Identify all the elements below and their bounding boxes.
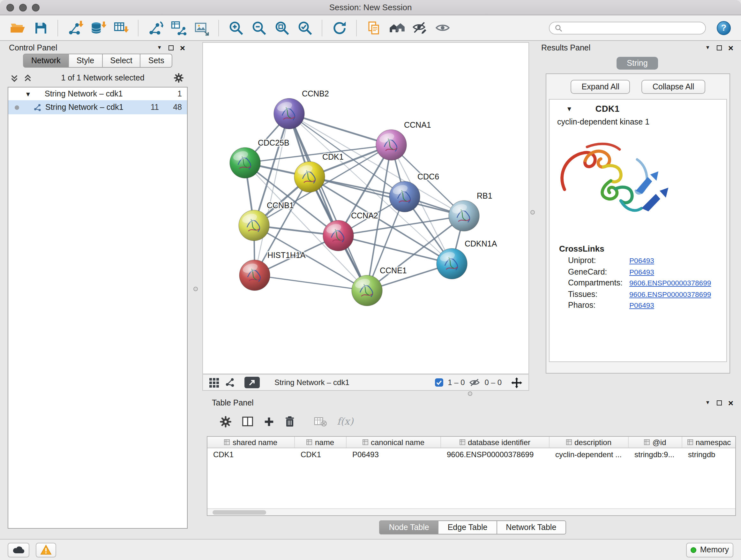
gear-icon[interactable]: [174, 73, 184, 83]
collapse-all-icon[interactable]: [10, 74, 18, 82]
network-node-HIST1H1A[interactable]: [239, 260, 270, 291]
help-button[interactable]: ?: [717, 21, 731, 35]
network-node-CDK1[interactable]: [294, 162, 325, 192]
edge-CDK1-RB1[interactable]: [310, 177, 464, 216]
network-node-CCNB2[interactable]: [274, 98, 305, 129]
edge-CCNB2-CCNA1[interactable]: [289, 114, 391, 145]
crosslink-link[interactable]: 9606.ENSP00000378699: [629, 289, 711, 300]
expand-all-icon[interactable]: [23, 74, 32, 82]
copy-button[interactable]: [364, 18, 384, 38]
column-header--id[interactable]: @id: [629, 437, 682, 448]
search-box[interactable]: [549, 21, 706, 34]
collapse-panel-icon[interactable]: ▼: [157, 45, 162, 51]
network-node-CCNB1[interactable]: [239, 210, 269, 241]
open-session-button[interactable]: [8, 18, 27, 38]
network-view-icon[interactable]: [225, 377, 235, 388]
column-header-canonical-name[interactable]: canonical name: [347, 437, 441, 448]
tab-network-table[interactable]: Network Table: [497, 520, 566, 535]
network-node-CDC25B[interactable]: [230, 147, 260, 178]
collapse-panel-icon[interactable]: ▼: [705, 400, 711, 406]
close-panel-icon[interactable]: ×: [728, 44, 733, 52]
search-input[interactable]: [565, 23, 700, 33]
tab-string[interactable]: String: [616, 57, 658, 70]
network-node-CCNA1[interactable]: [376, 130, 407, 160]
edge-CCNB2-CCNE1[interactable]: [289, 114, 367, 291]
network-node-CDC6[interactable]: [389, 181, 420, 212]
collapse-entry-icon[interactable]: ▼: [566, 106, 572, 112]
grid-view-icon[interactable]: [209, 378, 219, 387]
add-column-plus-icon[interactable]: [264, 416, 274, 427]
table-settings-gear-icon[interactable]: [219, 415, 232, 428]
hide-annotations-button[interactable]: [410, 18, 429, 38]
save-session-button[interactable]: [30, 18, 51, 38]
crosslink-link[interactable]: P06493: [629, 266, 654, 278]
tab-style[interactable]: Style: [69, 54, 103, 68]
home-button[interactable]: [387, 18, 407, 38]
zoom-in-button[interactable]: [226, 18, 246, 38]
network-node-RB1[interactable]: [449, 200, 479, 231]
table-cell[interactable]: stringdb: [682, 448, 736, 460]
network-canvas[interactable]: CCNB2CCNA1CDC25BCDK1CDC6RB1CCNB1CCNA2CDK…: [203, 43, 529, 374]
edge-HIST1H1A-CCNE1[interactable]: [255, 275, 367, 291]
table-row[interactable]: CDK1CDK1P064939606.ENSP00000378699cyclin…: [207, 448, 735, 460]
column-header-description[interactable]: description: [549, 437, 629, 448]
selected-checkbox-icon[interactable]: [434, 378, 443, 387]
expand-all-button[interactable]: Expand All: [571, 80, 630, 94]
network-row[interactable]: String Network – cdk1 11 48: [8, 100, 187, 114]
table-cell[interactable]: CDK1: [295, 448, 347, 460]
collapse-all-button[interactable]: Collapse All: [642, 80, 705, 94]
delete-column-trash-icon[interactable]: [285, 416, 295, 427]
zoom-out-button[interactable]: [249, 18, 269, 38]
table-cell[interactable]: cyclin-dependent ...: [549, 448, 629, 460]
hidden-eye-icon[interactable]: [469, 378, 480, 387]
network-node-CCNA2[interactable]: [323, 220, 354, 251]
column-header-namespac[interactable]: namespac: [682, 437, 736, 448]
tab-select[interactable]: Select: [103, 54, 141, 68]
float-panel-icon[interactable]: [169, 45, 174, 51]
show-columns-icon[interactable]: [242, 416, 253, 427]
right-splitter-handle[interactable]: [530, 210, 535, 214]
cloud-button[interactable]: [8, 543, 29, 557]
zoom-fit-button[interactable]: [272, 18, 292, 38]
show-graphics-button[interactable]: [433, 18, 453, 38]
refresh-button[interactable]: [329, 18, 349, 38]
scrollbar-thumb[interactable]: [212, 510, 266, 515]
network-node-CDKN1A[interactable]: [436, 248, 467, 279]
float-panel-icon[interactable]: [717, 400, 722, 406]
move-crosshair-icon[interactable]: [511, 377, 522, 388]
tab-node-table[interactable]: Node Table: [380, 520, 439, 535]
column-header-name[interactable]: name: [295, 437, 347, 448]
new-network-from-selection-button[interactable]: [145, 18, 165, 38]
table-cell[interactable]: CDK1: [207, 448, 295, 460]
collapse-panel-icon[interactable]: ▼: [705, 45, 711, 51]
import-network-from-file-button[interactable]: [65, 18, 85, 38]
table-cell[interactable]: 9606.ENSP00000378699: [441, 448, 549, 460]
warnings-button[interactable]: [36, 543, 56, 557]
import-table-from-file-button[interactable]: [111, 18, 131, 38]
export-image-button[interactable]: [192, 18, 211, 38]
network-node-CCNE1[interactable]: [352, 275, 382, 306]
close-panel-icon[interactable]: ×: [728, 398, 733, 408]
tab-network[interactable]: Network: [23, 54, 69, 68]
column-header-shared-name[interactable]: shared name: [207, 437, 295, 448]
close-panel-icon[interactable]: ×: [180, 44, 185, 52]
detach-view-button[interactable]: [245, 377, 260, 388]
memory-button[interactable]: Memory: [686, 543, 733, 557]
import-network-from-database-button[interactable]: [88, 18, 108, 38]
table-cell[interactable]: stringdb:9...: [629, 448, 682, 460]
tab-edge-table[interactable]: Edge Table: [439, 520, 497, 535]
tree-expander-icon[interactable]: ▼: [25, 90, 34, 98]
crosslink-link[interactable]: P06493: [629, 300, 654, 311]
crosslink-link[interactable]: P06493: [629, 255, 654, 266]
tab-sets[interactable]: Sets: [141, 54, 173, 68]
bottom-splitter-handle[interactable]: [468, 391, 472, 396]
left-splitter-handle[interactable]: [193, 287, 198, 291]
crosslink-link[interactable]: 9606.ENSP00000378699: [629, 278, 711, 289]
network-from-table-button[interactable]: [169, 18, 188, 38]
table-cell[interactable]: P06493: [347, 448, 441, 460]
column-header-database-identifier[interactable]: database identifier: [441, 437, 549, 448]
network-collection-row[interactable]: ▼ String Network – cdk1 1: [8, 87, 187, 100]
float-panel-icon[interactable]: [717, 45, 722, 51]
zoom-selected-button[interactable]: [295, 18, 315, 38]
horizontal-scrollbar[interactable]: [207, 508, 735, 515]
